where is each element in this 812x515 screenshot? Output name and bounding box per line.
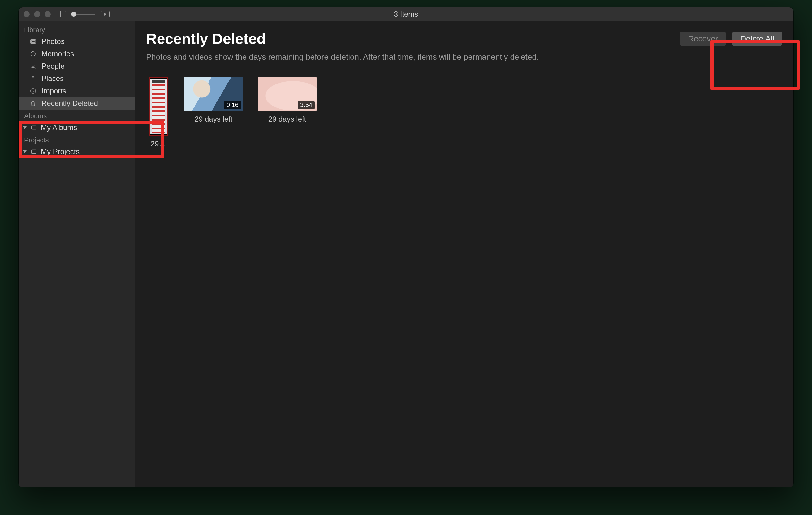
sidebar-section-library: Library [19, 24, 135, 35]
slideshow-button[interactable] [101, 11, 110, 17]
media-item[interactable]: 29… [146, 77, 171, 148]
sidebar-section-albums: Albums [19, 110, 135, 121]
days-left-label: 29… [148, 140, 168, 148]
media-item[interactable]: 3:54 29 days left [256, 77, 318, 123]
sidebar-item-imports[interactable]: Imports [19, 85, 135, 97]
svg-point-3 [32, 64, 34, 66]
svg-rect-7 [32, 126, 36, 130]
video-thumbnail: 3:54 [258, 77, 317, 111]
sidebar-section-projects: Projects [19, 134, 135, 145]
sidebar-item-recently-deleted[interactable]: Recently Deleted [19, 97, 135, 110]
page-title: Recently Deleted [146, 30, 266, 47]
sidebar-item-my-projects[interactable]: My Projects [19, 145, 135, 158]
days-left-label: 29 days left [268, 115, 307, 123]
trash-icon [29, 99, 37, 107]
sidebar-item-memories[interactable]: Memories [19, 48, 135, 60]
chevron-down-icon [23, 150, 27, 153]
sidebar-item-label: Imports [41, 87, 128, 95]
sidebar-item-label: People [41, 62, 128, 70]
sidebar-item-label: Memories [41, 50, 128, 58]
titlebar-title: 3 Items [19, 10, 793, 19]
imports-icon [29, 87, 37, 95]
sidebar-item-label: Photos [41, 37, 128, 46]
people-icon [29, 62, 37, 70]
sidebar-item-people[interactable]: People [19, 60, 135, 73]
svg-rect-1 [32, 40, 35, 42]
chevron-down-icon [23, 126, 27, 129]
titlebar: 3 Items [19, 7, 793, 21]
thumbnail-zoom-slider[interactable] [70, 13, 95, 15]
main-content: Recently Deleted Recover Delete All Phot… [135, 21, 793, 487]
photos-icon [29, 37, 37, 46]
svg-point-4 [32, 77, 34, 78]
fullscreen-window-button[interactable] [45, 11, 51, 17]
sidebar-item-label: My Projects [41, 147, 80, 156]
delete-all-button[interactable]: Delete All [732, 32, 782, 46]
sidebar: Library Photos Memories [19, 21, 135, 487]
sidebar-item-label: Recently Deleted [41, 99, 128, 108]
minimize-window-button[interactable] [34, 11, 40, 17]
days-left-label: 29 days left [195, 115, 233, 123]
sidebar-item-places[interactable]: Places [19, 73, 135, 85]
album-icon [30, 123, 38, 132]
video-thumbnail: 0:16 [184, 77, 243, 111]
thumbnail-grid: 29… 0:16 29 days left 3:54 29 days left [135, 69, 793, 156]
video-duration-badge: 0:16 [224, 101, 241, 109]
toolbar-controls [58, 11, 110, 17]
main-header: Recently Deleted Recover Delete All Phot… [135, 21, 793, 69]
video-duration-badge: 3:54 [298, 101, 315, 109]
sidebar-toggle-icon[interactable] [58, 11, 66, 17]
sidebar-item-label: Places [41, 74, 128, 83]
media-item[interactable]: 0:16 29 days left [182, 77, 244, 123]
header-actions: Recover Delete All [680, 32, 782, 46]
svg-rect-8 [32, 150, 36, 153]
app-window: 3 Items Library Photos Memories [19, 7, 793, 487]
memories-icon [29, 50, 37, 58]
places-icon [29, 75, 37, 83]
window-controls [24, 11, 51, 17]
album-icon [30, 148, 38, 156]
recover-button[interactable]: Recover [680, 32, 726, 46]
photo-thumbnail [148, 77, 168, 136]
sidebar-item-label: My Albums [41, 123, 77, 132]
close-window-button[interactable] [24, 11, 30, 17]
page-subtitle: Photos and videos show the days remainin… [146, 52, 782, 62]
sidebar-item-my-albums[interactable]: My Albums [19, 121, 135, 134]
sidebar-item-photos[interactable]: Photos [19, 35, 135, 48]
